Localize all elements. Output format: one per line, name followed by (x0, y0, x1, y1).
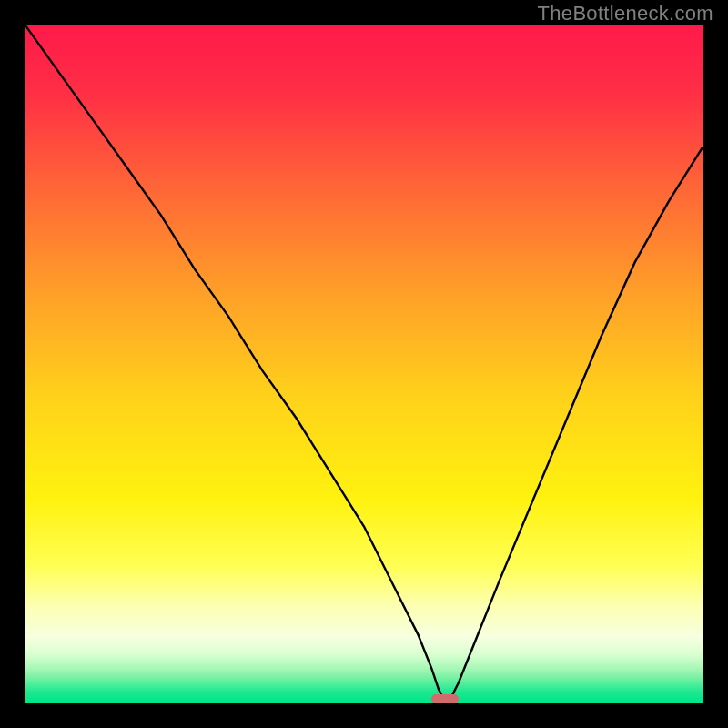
plot-area (25, 25, 703, 703)
watermark-text: TheBottleneck.com (538, 2, 713, 25)
bottleneck-curve-svg (25, 25, 703, 703)
chart-frame: TheBottleneck.com (0, 0, 728, 728)
bottleneck-curve-line (25, 25, 703, 703)
optimal-point-marker (431, 694, 459, 703)
